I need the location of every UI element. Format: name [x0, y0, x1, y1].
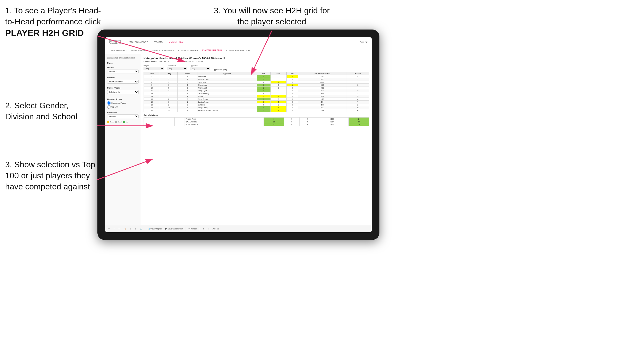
app-nav: SCOREBOARD Powered by clippd TOURNAMENTS…	[105, 37, 372, 47]
nav-sign-out[interactable]: | Sign out	[358, 41, 368, 43]
sidebar-division-label: Division	[107, 76, 139, 79]
sidebar-radio-top100[interactable]: Top 100	[107, 105, 139, 109]
sub-nav-team-h2h-heatmap[interactable]: TEAM H2H HEATMAP	[152, 49, 175, 52]
table-row: 14 7 4 Eunice Yi 2 2 0 0.38 9	[144, 95, 369, 98]
color-dot-up	[123, 121, 125, 123]
out-of-div-label: Out of division	[144, 114, 369, 116]
sidebar-opponent-view-label: Opponent view	[107, 98, 139, 100]
nav-committee[interactable]: COMMITTEE	[168, 40, 184, 44]
out-of-div-row: NAIA Division 1 15 0 0 9.267 30	[144, 120, 369, 123]
ipad-frame: SCOREBOARD Powered by clippd TOURNAMENTS…	[97, 30, 379, 240]
app-logo: SCOREBOARD Powered by clippd	[109, 40, 123, 44]
sidebar-colour-by-label: Colour by	[107, 111, 139, 113]
toolbar-add[interactable]: ⊕	[134, 227, 137, 230]
toolbar-download[interactable]: ⬇	[202, 227, 205, 230]
table-row: 6 3 3 Sydney Kuo 0 1 0 -1.00	[144, 81, 369, 84]
color-legend: Down Level Up	[107, 121, 139, 123]
table-header-row: # Div # Reg # Conf Opponent Win Loss Tie…	[144, 72, 369, 75]
instruction-top-left: 1. To see a Player's Head-to-Head perfor…	[5, 5, 103, 39]
toolbar-sort[interactable]: ↕	[207, 227, 210, 230]
toolbar-sep3	[200, 227, 200, 231]
sidebar-gender-label: Gender	[107, 66, 139, 69]
col-win: Win	[257, 72, 270, 75]
filter-opponent: Opponent (All)	[190, 65, 210, 70]
instruction-mid-left: 2. Select Gender, Division and School	[5, 100, 92, 122]
col-diff: Diff Av Strokes/Rnd	[298, 72, 347, 75]
h2h-table: # Div # Reg # Conf Opponent Win Loss Tie…	[144, 72, 369, 112]
data-area: Katelyn Vo Head-to-Head Grid for Women's…	[141, 54, 372, 225]
out-of-div-row: Foreign Team 1 0 0 4.500 2	[144, 118, 369, 120]
toolbar-sep1	[145, 227, 145, 231]
table-row: 16 1 1 Jessica Mason 1 2 0 -0.94 7	[144, 101, 369, 103]
filter-region-select[interactable]: (All)	[144, 67, 164, 70]
bottom-toolbar: ↩ ← ↪ 📋 ↻ ⊕ 🕐 📊 View: Original 💾 Save Cu…	[105, 225, 372, 232]
sub-nav-player-h2h-grid[interactable]: PLAYER H2H GRID	[202, 49, 223, 52]
col-div: # Div	[144, 72, 160, 75]
toolbar-clock[interactable]: 🕐	[139, 227, 143, 230]
table-row: 15 8 5 Stella Cheng 1 0 0 1.25 4	[144, 98, 369, 101]
main-content: Last Updated: 27/03/2024 16:55:38 Player…	[105, 54, 372, 225]
grid-records: Overall Record: 353 - 34 - 6 Division Re…	[144, 60, 369, 63]
col-loss: Loss	[270, 72, 286, 75]
sub-nav-player-h2h-heatmap[interactable]: PLAYER H2H HEATMAP	[226, 49, 251, 52]
filter-region: Region (All)	[144, 65, 164, 70]
sub-nav: TEAM SUMMARY TEAM H2H GRID TEAM H2H HEAT…	[105, 47, 372, 54]
nav-teams[interactable]: TEAMS	[153, 40, 164, 44]
table-row: 20 11 7 Federica Domecq Lacroze 2 1 0 1.…	[144, 109, 369, 112]
filter-conference: Conference (All)	[167, 65, 187, 70]
division-record: Division Record: 331 - 34 - 6	[177, 60, 203, 63]
sub-nav-player-summary[interactable]: PLAYER SUMMARY	[178, 49, 199, 52]
filter-conference-select[interactable]: (All)	[167, 67, 187, 70]
sidebar-player-label: Player	[107, 62, 139, 64]
color-label-down: Down	[110, 121, 114, 123]
toolbar-watch[interactable]: 👁 Watch ▾	[187, 227, 198, 230]
toolbar-view-original[interactable]: 📊 View: Original	[147, 227, 163, 230]
color-dot-level	[115, 121, 117, 123]
toolbar-copy[interactable]: 📋	[123, 227, 127, 230]
table-row: 3 1 1 Esther Lee 1 0 1 1.50 4	[144, 75, 369, 78]
table-row: 13 1 1 Jessica Huang 0 0 0 -3.00 2	[144, 92, 369, 95]
col-rounds: Rounds	[347, 72, 369, 75]
overall-record: Overall Record: 353 - 34 - 6	[144, 60, 169, 63]
table-row: 19 10 6 Emily Chang 4 1 0 0.30 11	[144, 106, 369, 109]
out-of-div-table: Foreign Team 1 0 0 4.500 2 NAIA Division…	[144, 117, 369, 126]
ipad-screen: SCOREBOARD Powered by clippd TOURNAMENTS…	[105, 37, 372, 232]
nav-tournaments[interactable]: TOURNAMENTS	[128, 40, 149, 44]
col-reg: # Reg	[160, 72, 178, 75]
instruction-top-right: 3. You will now see H2H grid for the pla…	[210, 5, 333, 27]
toolbar-refresh[interactable]: ↻	[129, 227, 132, 230]
sidebar-player-rank-label: Player (Rank)	[107, 87, 139, 89]
col-opponent: Opponent	[197, 72, 257, 75]
table-row: 10 6 3 Andrea York 2 0 0 4.00 4	[144, 86, 369, 89]
color-dot-down	[107, 121, 109, 123]
sidebar-timestamp: Last Updated: 27/03/2024 16:55:38	[107, 57, 139, 59]
instruction-bot-left: 3. Show selection vs Top 100 or just pla…	[5, 159, 97, 192]
toolbar-undo[interactable]: ↩	[107, 227, 111, 230]
sub-nav-team-summary[interactable]: TEAM SUMMARY	[109, 49, 127, 52]
sidebar-division-select[interactable]: NCAA Division III	[107, 80, 139, 84]
out-of-div-row: NCAA Division 2 5 0 0 7.400 10	[144, 123, 369, 126]
toolbar-redo[interactable]: ↪	[118, 227, 121, 230]
toolbar-back[interactable]: ←	[112, 227, 116, 230]
grid-title: Katelyn Vo Head-to-Head Grid for Women's…	[144, 57, 369, 60]
toolbar-save-custom[interactable]: 💾 Save Custom View	[164, 227, 184, 230]
filter-opponents-label: Opponents: (All)	[213, 69, 227, 70]
color-label-level: Level	[118, 121, 122, 123]
sidebar: Last Updated: 27/03/2024 16:55:38 Player…	[105, 54, 141, 225]
sidebar-radio-opponents-played[interactable]: Opponents Played	[107, 101, 139, 105]
filter-opponent-select[interactable]: (All)	[190, 67, 210, 70]
toolbar-share[interactable]: ↗ Share	[211, 227, 220, 230]
sidebar-colour-by-select[interactable]: Win/loss	[107, 114, 139, 118]
toolbar-sep2	[186, 227, 186, 231]
color-label-up: Up	[126, 121, 128, 123]
filter-row: Region (All) Conference (All) Opponent (…	[144, 65, 369, 70]
sidebar-gender-select[interactable]: Women's	[107, 70, 139, 73]
table-row: 11 2 5 Heejo Hyun 1 0 0 3.33 3	[144, 89, 369, 92]
sub-nav-team-h2h-grid[interactable]: TEAM H2H GRID	[130, 49, 149, 52]
sidebar-player-rank-select[interactable]: 8. Katelyn Vo	[107, 90, 139, 94]
col-conf: # Conf	[178, 72, 197, 75]
col-tie: Tie	[286, 72, 298, 75]
table-row: 18 2 2 Euna Lee 0 0 0 -5.00 2	[144, 103, 369, 106]
table-row: 5 2 2 Alexis Sudjianto 1 0 0 4.00 3	[144, 78, 369, 81]
table-row: 9 1 4 Sharon Mun 1 0 1 3.67 3	[144, 84, 369, 86]
